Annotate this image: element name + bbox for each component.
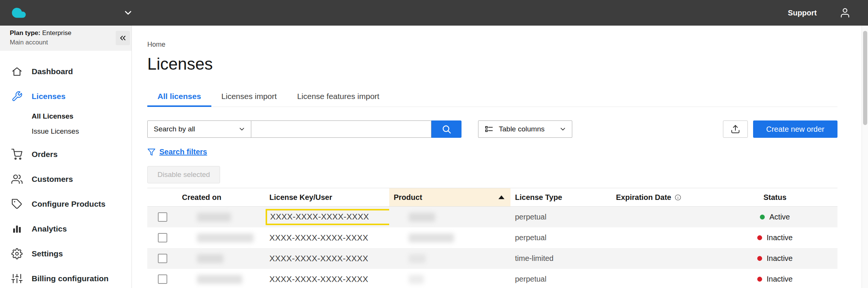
breadcrumb-home[interactable]: Home [147, 41, 165, 48]
license-key: XXXX-XXXX-XXXX-XXXX [269, 233, 368, 243]
sidebar-item-label: Customers [32, 173, 73, 185]
sort-ascending-icon [498, 195, 504, 199]
breadcrumb: Home [147, 41, 837, 49]
status-cell: Inactive [712, 227, 837, 248]
license-key: XXXX-XXXX-XXXX-XXXX [270, 212, 369, 222]
product-cell [389, 248, 510, 269]
column-header-status[interactable]: Status [712, 188, 837, 206]
created-on-cell [177, 227, 265, 248]
sidebar-item-settings[interactable]: Settings [0, 241, 131, 266]
expiration-date-cell [611, 227, 712, 248]
status-label: Inactive [767, 275, 793, 283]
sidebar-item-dashboard[interactable]: Dashboard [0, 59, 131, 84]
search-filters-label: Search filters [159, 148, 207, 156]
redacted-value [197, 213, 231, 222]
redacted-value [409, 275, 424, 284]
license-type-cell: perpetual [510, 269, 611, 288]
search-input[interactable] [251, 120, 431, 138]
home-icon [11, 66, 23, 77]
sidebar-item-billing-configuration[interactable]: Billing configuration [0, 266, 131, 288]
chevron-down-icon [238, 125, 246, 133]
scrollbar-thumb[interactable] [863, 31, 867, 125]
info-icon[interactable] [674, 194, 682, 201]
search-by-value: Search by all [154, 125, 195, 133]
bar-chart-icon [11, 223, 23, 235]
redacted-value [409, 233, 454, 242]
column-header-product[interactable]: Product [389, 188, 510, 206]
sidebar-item-label: Analytics [32, 223, 67, 235]
expiration-date-cell [611, 269, 712, 288]
licenses-table: Created on License Key/User Product Lice… [147, 188, 837, 288]
sidebar-item-label: Dashboard [32, 66, 73, 78]
tab-all-licenses[interactable]: All licenses [147, 86, 211, 107]
gear-icon [11, 248, 23, 259]
page-title: Licenses [147, 55, 837, 73]
product-cell [389, 269, 510, 288]
select-all-header [147, 188, 177, 206]
row-checkbox[interactable] [158, 274, 167, 284]
vertical-scrollbar[interactable] [862, 26, 868, 288]
row-checkbox[interactable] [158, 254, 167, 263]
users-icon [11, 174, 23, 185]
upload-icon [730, 124, 740, 134]
expiration-date-cell [611, 248, 712, 269]
tab-license-features-import[interactable]: License features import [287, 86, 390, 107]
sidebar-item-label: Configure Products [32, 198, 105, 210]
sidebar-item-configure-products[interactable]: Configure Products [0, 192, 131, 216]
status-label: Inactive [767, 233, 793, 242]
licenses-subnav: All Licenses Issue Licenses [0, 109, 131, 142]
chevron-down-icon[interactable] [123, 8, 133, 18]
license-key-cell: XXXX-XXXX-XXXX-XXXX [265, 227, 389, 248]
license-key-cell: XXXX-XXXX-XXXX-XXXX [265, 207, 389, 227]
license-type-cell: perpetual [510, 207, 611, 227]
column-header-created-on[interactable]: Created on [177, 188, 265, 206]
collapse-sidebar-button[interactable] [116, 31, 130, 45]
disable-selected-button[interactable]: Disable selected [147, 166, 220, 183]
sidebar-item-analytics[interactable]: Analytics [0, 216, 131, 241]
search-by-select[interactable]: Search by all [147, 120, 251, 138]
sidebar-item-orders[interactable]: Orders [0, 142, 131, 167]
redacted-value [197, 275, 242, 284]
sliders-icon [11, 273, 23, 284]
status-label: Active [769, 213, 790, 221]
sidebar: Plan type: Enterprise Main account Dashb… [0, 26, 132, 288]
row-checkbox[interactable] [158, 233, 167, 242]
status-cell: Inactive [712, 269, 837, 288]
license-key-cell: XXXX-XXXX-XXXX-XXXX [265, 269, 389, 288]
columns-icon [484, 125, 494, 134]
topbar-actions: Support [788, 7, 857, 18]
export-button[interactable] [723, 120, 748, 138]
highlight-box: XXXX-XXXX-XXXX-XXXX [266, 209, 389, 225]
sidebar-item-all-licenses[interactable]: All Licenses [0, 109, 131, 124]
redacted-value [409, 213, 435, 222]
table-row: XXXX-XXXX-XXXX-XXXX perpetual Inactive [147, 269, 837, 288]
account-name: Main account [10, 39, 122, 46]
table-toolbar: Search by all Table columns Cr [147, 120, 837, 138]
support-link[interactable]: Support [788, 9, 817, 17]
created-on-cell [177, 248, 265, 269]
main-content: Home Licenses All licenses Licenses impo… [132, 26, 862, 288]
wrench-icon [11, 91, 23, 102]
status-label: Inactive [767, 254, 793, 263]
table-columns-select[interactable]: Table columns [478, 120, 572, 138]
sidebar-item-label: Billing configuration [32, 273, 108, 285]
create-new-order-button[interactable]: Create new order [753, 120, 837, 138]
plan-info: Plan type: Enterprise Main account [0, 26, 131, 51]
cloud-logo-icon[interactable] [11, 5, 26, 20]
user-icon[interactable] [839, 7, 851, 18]
search-icon [441, 124, 452, 134]
product-cell [389, 207, 510, 227]
license-key: XXXX-XXXX-XXXX-XXXX [269, 254, 368, 264]
row-checkbox[interactable] [158, 212, 167, 222]
search-filters-link[interactable]: Search filters [147, 148, 207, 156]
column-header-expiration-date[interactable]: Expiration Date [611, 188, 712, 206]
status-dot [757, 277, 762, 282]
column-header-license-type[interactable]: License Type [510, 188, 611, 206]
column-header-license-key-user[interactable]: License Key/User [265, 188, 389, 206]
table-header-row: Created on License Key/User Product Lice… [147, 188, 837, 207]
sidebar-item-issue-licenses[interactable]: Issue Licenses [0, 124, 131, 139]
tab-licenses-import[interactable]: Licenses import [211, 86, 287, 107]
sidebar-item-licenses[interactable]: Licenses [0, 84, 131, 109]
search-button[interactable] [431, 120, 462, 138]
sidebar-item-customers[interactable]: Customers [0, 167, 131, 192]
